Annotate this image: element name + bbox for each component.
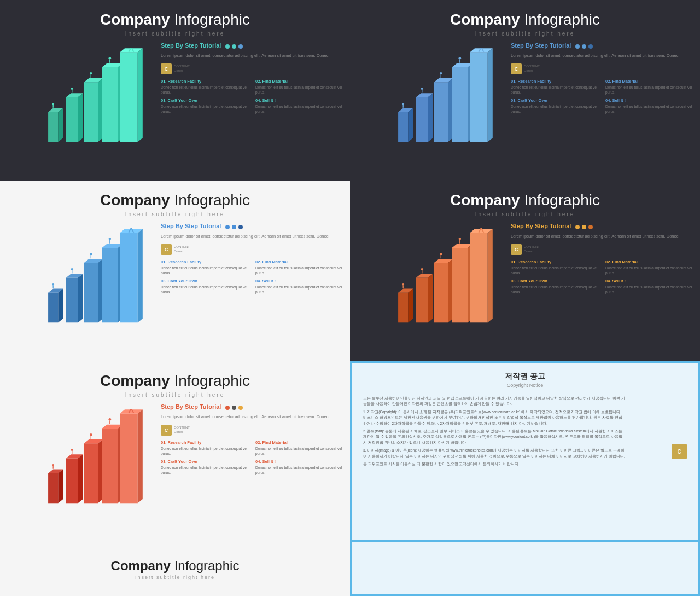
step-dots: [225, 44, 243, 49]
copyright-panel: 저작권 공고 Copyright Notice 모든 솔루션 시용하여 만들어진…: [350, 361, 700, 542]
point-item-2: 03. Craft Your Own Donec non elit eu tel…: [161, 279, 250, 294]
point-label-3: 04. Sell It !: [255, 98, 345, 103]
point-label-3: 04. Sell It !: [255, 279, 345, 283]
step-title: Step By Step Tutorial: [511, 223, 571, 229]
point-text-1: Donec non elit eu tellus lacinia imperdi…: [605, 265, 695, 275]
point-text-0: Donec non elit eu tellus lacinia imperdi…: [511, 85, 600, 95]
step-dots: [575, 225, 593, 229]
svg-rect-28: [398, 112, 408, 142]
logo-text: CONTENTDonec: [174, 426, 190, 435]
point-item-3: 04. Sell It ! Donec non elit eu tellus l…: [605, 279, 695, 294]
point-text-0: Donec non elit eu tellus lacinia imperdi…: [161, 85, 250, 95]
dot: [575, 225, 580, 229]
svg-marker-119: [78, 454, 83, 503]
svg-point-130: [109, 418, 112, 421]
dot: [588, 44, 593, 49]
point-item-2: 03. Craft Your Own Donec non elit eu tel…: [161, 459, 250, 475]
svg-marker-91: [428, 274, 433, 322]
step-dots: [225, 406, 243, 410]
copyright-subtitle: Copyright Notice: [363, 383, 687, 388]
svg-point-115: [52, 464, 54, 466]
point-item-0: 01. Research Facility Donec non elit eu …: [161, 259, 250, 275]
points-grid: 01. Research Facility Donec non elit eu …: [511, 79, 695, 114]
svg-rect-89: [416, 277, 428, 322]
svg-rect-61: [66, 277, 78, 322]
svg-marker-78: [138, 229, 143, 322]
body-text: Lorem ipsum dolor sit amet, consectetur …: [511, 234, 695, 240]
svg-marker-2: [58, 108, 63, 142]
bottom-right-panel: [350, 542, 700, 596]
logo-row: C CONTENTDonec: [511, 244, 695, 255]
slide-subtitle: Insert subtitle right here: [475, 31, 575, 37]
bottom-left-panel: Company Infographic Insert subtitle righ…: [0, 542, 350, 596]
point-item-1: 02. Find Material Donec non elit eu tell…: [605, 79, 695, 95]
svg-point-87: [402, 283, 404, 286]
dot: [238, 225, 243, 229]
svg-rect-33: [416, 97, 428, 142]
point-label-2: 03. Craft Your Own: [161, 279, 250, 283]
copyright-section-1: 1. 저작권(Copyright): 이 문서에서 소개 된 저작물은 (주)파…: [363, 409, 626, 426]
points-grid: 01. Research Facility Donec non elit eu …: [161, 440, 345, 475]
slide-subtitle: Insert subtitle right here: [125, 31, 225, 37]
point-label-2: 03. Craft Your Own: [511, 98, 600, 103]
dot: [582, 44, 586, 49]
svg-marker-22: [138, 48, 143, 142]
points-grid: 01. Research Facility Donec non elit eu …: [161, 259, 345, 294]
dot: [225, 225, 230, 229]
svg-rect-71: [102, 248, 118, 322]
dot: [238, 44, 243, 49]
dot: [238, 406, 243, 410]
point-text-1: Donec non elit eu tellus lacinia imperdi…: [605, 85, 695, 95]
copyright-section-4: 본 파워포인트 서식을 이용하실 때 불편한 사항이 있으면 고객센터에서 문의…: [363, 461, 626, 467]
svg-marker-86: [408, 288, 413, 322]
svg-rect-38: [434, 82, 448, 142]
info-area: Step By Step Tutorial Lorem ipsum dolor …: [508, 42, 695, 114]
copyright-section-2: 2. 폰트(font): 본문에 사용된 서체로, 강조표시 일부 서비스 이용…: [363, 429, 626, 445]
svg-rect-48: [470, 53, 488, 142]
point-text-3: Donec non elit eu tellus lacinia imperdi…: [255, 465, 345, 475]
svg-marker-58: [58, 288, 63, 322]
dot: [575, 44, 580, 49]
svg-point-46: [459, 57, 462, 60]
svg-rect-84: [398, 293, 408, 323]
info-area: Step By Step Tutorial Lorem ipsum dolor …: [158, 223, 345, 294]
svg-point-41: [440, 72, 442, 74]
point-item-0: 01. Research Facility Donec non elit eu …: [161, 440, 250, 456]
svg-rect-76: [120, 233, 138, 323]
point-label-3: 04. Sell It !: [255, 459, 345, 464]
svg-point-74: [109, 238, 112, 240]
svg-point-8: [71, 88, 73, 90]
point-label-2: 03. Craft Your Own: [161, 459, 250, 464]
point-text-3: Donec non elit eu tellus lacinia imperdi…: [605, 285, 695, 294]
bars-illustration: [5, 223, 158, 332]
step-dots: [575, 44, 593, 49]
step-title: Step By Step Tutorial: [161, 42, 221, 49]
body-text: Lorem ipsum dolor sit amet, consectetur …: [161, 53, 345, 59]
logo-box: C: [161, 244, 172, 255]
svg-point-125: [90, 433, 92, 436]
point-text-3: Donec non elit eu tellus lacinia imperdi…: [255, 104, 345, 114]
point-text-3: Donec non elit eu tellus lacinia imperdi…: [255, 285, 345, 294]
step-title: Step By Step Tutorial: [161, 403, 221, 410]
dot: [225, 406, 230, 410]
svg-rect-112: [48, 473, 58, 504]
point-text-2: Donec non elit eu tellus lacinia imperdi…: [511, 104, 600, 114]
slide-title: Company Infographic: [100, 372, 250, 390]
step-title: Step By Step Tutorial: [161, 223, 221, 229]
svg-marker-114: [58, 469, 63, 503]
slide-subtitle: Insert subtitle right here: [475, 211, 575, 217]
point-label-1: 02. Find Material: [605, 79, 695, 84]
step-title: Step By Step Tutorial: [511, 42, 571, 49]
point-label-1: 02. Find Material: [255, 440, 345, 445]
slide-subtitle: Insert subtitle right here: [125, 211, 225, 217]
svg-marker-134: [138, 409, 143, 503]
point-label-0: 01. Research Facility: [161, 259, 250, 264]
logo-box: C: [511, 244, 522, 255]
svg-point-120: [71, 449, 73, 451]
logo-text: CONTENTDonec: [174, 65, 190, 73]
svg-point-92: [421, 268, 423, 270]
point-label-1: 02. Find Material: [255, 79, 345, 84]
bars-illustration: [5, 403, 158, 513]
info-area: Step By Step Tutorial Lorem ipsum dolor …: [158, 42, 345, 114]
bars-illustration: [5, 42, 158, 152]
